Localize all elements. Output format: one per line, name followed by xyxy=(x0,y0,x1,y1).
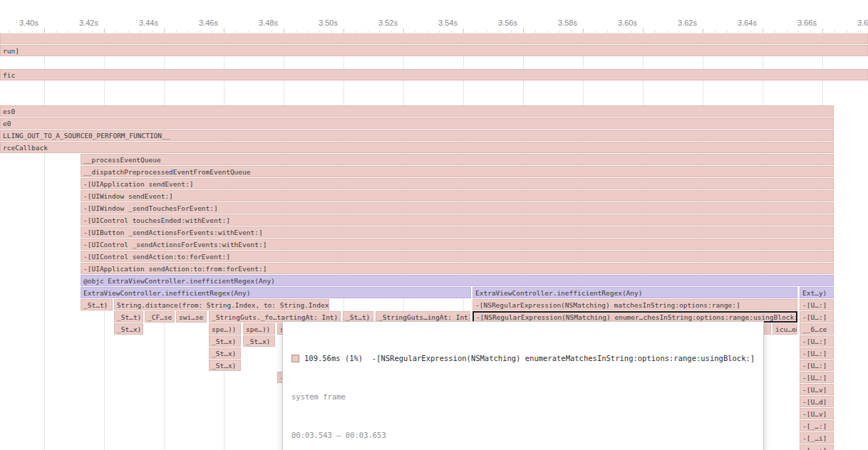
flame-frame[interactable]: icu…e&) xyxy=(773,323,797,335)
flame-frame[interactable] xyxy=(0,33,868,44)
ruler-minor-tick xyxy=(356,31,356,33)
ruler-minor-tick xyxy=(32,31,33,33)
flame-frame[interactable]: spe…)) xyxy=(209,323,241,335)
flame-frame[interactable]: -[_…:] xyxy=(800,444,834,450)
ruler-minor-tick xyxy=(595,31,596,33)
flame-frame[interactable]: _CF…se xyxy=(145,311,175,323)
flame-frame[interactable]: __processEventQueue xyxy=(81,154,834,165)
flame-frame[interactable]: __6…ce xyxy=(800,323,834,335)
ruler-minor-tick xyxy=(379,31,380,33)
ruler-minor-tick xyxy=(272,31,272,33)
flame-frame[interactable]: -[UIControl touchesEnded:withEvent:] xyxy=(81,214,834,226)
flame-frame[interactable]: _St…x) xyxy=(209,360,241,371)
flame-frame[interactable]: String.distance(from: String.Index, to: … xyxy=(114,299,329,310)
flame-frame[interactable]: es0 xyxy=(0,105,834,117)
ruler-minor-tick xyxy=(116,31,117,33)
tooltip-title: 109.56ms (1%) -[NSRegularExpression(NSMa… xyxy=(304,354,755,362)
flame-frame[interactable]: _St…t) xyxy=(114,311,143,323)
flame-frame[interactable]: -[U…:] xyxy=(800,335,834,347)
ruler-minor-tick xyxy=(607,31,608,33)
flame-frame[interactable]: __dispatchPreprocessedEventFromEventQueu… xyxy=(81,166,834,177)
ruler-minor-tick xyxy=(236,31,237,33)
ruler-minor-tick xyxy=(547,31,548,33)
ruler-minor-tick xyxy=(152,31,153,33)
ruler-minor-tick xyxy=(259,31,260,33)
flame-frame[interactable]: -[U…:] xyxy=(800,311,834,323)
flame-frame[interactable]: -[U…v] xyxy=(800,384,834,395)
flame-frame[interactable]: -[UIControl sendAction:to:forEvent:] xyxy=(81,251,834,262)
ruler-minor-tick xyxy=(439,31,440,33)
ruler-minor-tick xyxy=(750,31,751,33)
time-gridline xyxy=(44,33,45,450)
flame-frame[interactable]: e0 xyxy=(0,117,834,129)
flame-frame[interactable]: _St…x) xyxy=(114,323,143,335)
ruler-minor-tick xyxy=(535,31,536,33)
flame-frame[interactable]: _St…x) xyxy=(243,335,275,347)
ruler-tick-label: 3.58s xyxy=(542,19,577,27)
flame-frame[interactable]: ExtraViewController.inefficientRegex(Any… xyxy=(472,287,797,298)
flame-frame[interactable]: -[U…:] xyxy=(800,372,834,383)
ruler-major-tick xyxy=(703,28,703,33)
ruler-major-tick xyxy=(763,28,763,33)
ruler-minor-tick xyxy=(176,31,177,33)
ruler-minor-tick xyxy=(9,31,9,33)
ruler-minor-tick xyxy=(667,31,668,33)
flame-frame[interactable]: @objc ExtraViewController.inefficientReg… xyxy=(81,275,834,286)
ruler-major-tick xyxy=(403,28,404,33)
ruler-tick-label: 3.62s xyxy=(661,19,697,27)
tooltip-color-swatch-icon xyxy=(291,355,299,362)
ruler-minor-tick xyxy=(331,31,332,33)
flame-frame[interactable]: -[UIWindow _sendTouchesForEvent:] xyxy=(81,202,834,214)
ruler-minor-tick xyxy=(212,31,212,33)
ruler-minor-tick xyxy=(391,31,392,33)
ruler-minor-tick xyxy=(619,31,619,33)
flame-frame[interactable]: _St…t) xyxy=(81,299,113,310)
ruler-minor-tick xyxy=(499,31,500,33)
ruler-minor-tick xyxy=(451,31,452,33)
flame-frame[interactable]: -[U…d] xyxy=(800,396,834,407)
ruler-minor-tick xyxy=(308,31,309,33)
flame-frame[interactable]: -[UIApplication sendEvent:] xyxy=(81,178,834,189)
flame-frame[interactable]: -[_…:] xyxy=(800,420,834,431)
ruler-minor-tick xyxy=(691,31,691,33)
ruler-minor-tick xyxy=(798,31,799,33)
time-ruler[interactable]: 3.40s3.42s3.44s3.46s3.48s3.50s3.52s3.54s… xyxy=(0,0,868,33)
flame-frame[interactable]: -[UIWindow sendEvent:] xyxy=(81,190,834,202)
ruler-minor-tick xyxy=(715,31,715,33)
ruler-tick-label: 3.66s xyxy=(781,19,817,27)
flame-frame[interactable]: swi…se xyxy=(176,311,207,323)
ruler-minor-tick xyxy=(738,31,739,33)
flame-frame[interactable]: spe…)) xyxy=(243,323,275,335)
ruler-minor-tick xyxy=(92,31,93,33)
flame-frame[interactable]: run] xyxy=(0,45,868,56)
flame-frame[interactable]: -[U…v] xyxy=(800,408,834,419)
tooltip-title-row: 109.56ms (1%) -[NSRegularExpression(NSMa… xyxy=(291,354,755,362)
flame-frame[interactable]: -[UIButton _sendActionsForEvents:withEve… xyxy=(81,226,834,238)
flame-frame[interactable]: -[U…:] xyxy=(800,360,834,371)
ruler-tick-label: 3.68s xyxy=(841,19,868,27)
flame-frame[interactable]: fic xyxy=(0,69,868,80)
ruler-minor-tick xyxy=(80,31,81,33)
flame-frame[interactable]: -[U…:] xyxy=(800,299,834,310)
flame-frame[interactable]: LLING_OUT_TO_A_SOURCE0_PERFORM_FUNCTION_… xyxy=(0,130,834,141)
ruler-tick-label: 3.54s xyxy=(422,19,458,27)
flame-frame[interactable]: ExtraViewController.inefficientRegex(Any… xyxy=(81,287,471,298)
flame-frame[interactable]: _St…x) xyxy=(209,347,241,359)
ruler-minor-tick xyxy=(319,31,320,33)
flame-frame[interactable]: -[UIControl _sendActionsForEvents:withEv… xyxy=(81,239,834,250)
tooltip-time-range: 00:03.543 — 00:03.653 xyxy=(291,431,755,439)
flame-frame[interactable]: -[NSRegularExpression(NSMatching) matche… xyxy=(472,299,797,310)
ruler-tick-label: 3.44s xyxy=(123,19,158,27)
ruler-minor-tick xyxy=(775,31,775,33)
flame-frame[interactable]: -[UIApplication sendAction:to:from:forEv… xyxy=(81,263,834,274)
flame-frame[interactable]: rceCallback xyxy=(0,142,834,153)
ruler-minor-tick xyxy=(835,31,835,33)
flame-frame[interactable]: Ext…y) xyxy=(800,287,834,298)
ruler-minor-tick xyxy=(188,31,189,33)
ruler-major-tick xyxy=(643,28,644,33)
ruler-major-tick xyxy=(284,28,284,33)
flame-frame[interactable]: _St…x) xyxy=(209,335,241,347)
flame-frame[interactable]: -[U…:] xyxy=(800,347,834,359)
ruler-tick-label: 3.40s xyxy=(3,19,38,27)
flame-frame[interactable]: -[_…i] xyxy=(800,432,834,444)
